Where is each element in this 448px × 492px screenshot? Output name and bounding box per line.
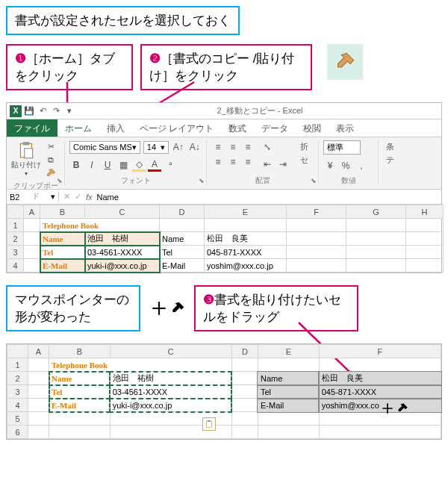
cell[interactable]: yuki-i@xxx.co.jp xyxy=(85,259,160,273)
decrease-indent-button[interactable]: ⇤ xyxy=(261,158,274,171)
row-header[interactable]: 3 xyxy=(7,246,24,259)
cancel-icon[interactable]: ✕ xyxy=(63,192,70,202)
col-header[interactable]: C xyxy=(110,345,231,358)
row-header[interactable]: 1 xyxy=(7,219,24,232)
increase-indent-button[interactable]: ⇥ xyxy=(276,158,290,171)
paste-button[interactable]: 貼り付け ▾ xyxy=(11,140,41,177)
alignment-dialog-launcher[interactable]: ⬊ xyxy=(311,177,317,184)
tab-data[interactable]: データ xyxy=(254,119,296,137)
col-header[interactable]: F xyxy=(319,345,441,358)
cell[interactable]: yuki-i@xxx.co.jp xyxy=(110,399,231,412)
font-name-select[interactable]: Comic Sans MS ▾ xyxy=(69,141,140,154)
cell[interactable]: 045-871-XXXX xyxy=(319,385,441,399)
decrease-font-button[interactable]: A↓ xyxy=(188,140,202,154)
currency-button[interactable]: ¥ xyxy=(323,159,337,172)
wrap-text-button[interactable]: 折 xyxy=(297,140,311,152)
fill-color-button[interactable]: ◇ xyxy=(132,158,146,172)
col-header[interactable]: E xyxy=(258,345,319,358)
merge-center-button[interactable]: セ xyxy=(297,154,311,166)
qat-redo-icon[interactable]: ↷ xyxy=(50,105,62,117)
enter-icon[interactable]: ✓ xyxy=(75,192,81,202)
col-header[interactable]: C xyxy=(85,205,160,219)
underline-button[interactable]: U xyxy=(101,158,114,172)
align-right-button[interactable]: ≡ xyxy=(241,155,255,169)
col-header[interactable]: H xyxy=(406,205,444,219)
cell[interactable]: Name xyxy=(40,232,85,246)
align-middle-button[interactable]: ≡ xyxy=(226,140,240,154)
col-header[interactable]: F xyxy=(287,205,346,219)
italic-button[interactable]: I xyxy=(85,158,99,172)
worksheet-grid-2[interactable]: A B C D E F 1Telephone Book 2 Name 池田 祐樹… xyxy=(7,344,441,439)
col-header[interactable]: A xyxy=(28,345,49,358)
cell[interactable]: yoshim@xxx.co.jp xyxy=(205,259,287,273)
align-bottom-button[interactable]: ≡ xyxy=(241,140,255,154)
number-format-select[interactable]: 標準 xyxy=(323,140,361,155)
align-left-button[interactable]: ≡ xyxy=(211,155,225,169)
cell[interactable]: Tel xyxy=(40,246,85,259)
increase-font-button[interactable]: A↑ xyxy=(172,140,185,154)
col-header[interactable]: D xyxy=(231,345,258,358)
cell[interactable]: Tel xyxy=(160,246,205,259)
bold-button[interactable]: B xyxy=(69,158,83,172)
cell[interactable]: Name xyxy=(49,372,111,385)
qat-save-icon[interactable]: 💾 xyxy=(23,105,35,117)
conditional-format-button[interactable]: 条 xyxy=(383,140,396,152)
row-header[interactable]: 1 xyxy=(7,358,28,372)
row-header[interactable]: 6 xyxy=(7,426,28,439)
cell[interactable]: 03-4561-XXXX xyxy=(85,246,160,259)
format-painter-button[interactable] xyxy=(44,167,57,179)
col-header[interactable]: E xyxy=(205,205,287,219)
row-header[interactable]: 5 xyxy=(7,412,28,426)
row-header[interactable]: 4 xyxy=(7,399,28,412)
qat-undo-icon[interactable]: ↶ xyxy=(37,105,49,117)
fx-icon[interactable]: fx xyxy=(86,193,93,202)
align-top-button[interactable]: ≡ xyxy=(211,140,225,154)
col-header[interactable]: D xyxy=(160,205,205,219)
cell[interactable]: Telephone Book xyxy=(40,219,160,232)
row-header[interactable]: 2 xyxy=(7,372,28,385)
tab-home[interactable]: ホーム xyxy=(57,119,99,137)
comma-button[interactable]: , xyxy=(355,159,368,172)
font-size-select[interactable]: 14▾ xyxy=(143,141,169,154)
align-center-button[interactable]: ≡ xyxy=(226,155,240,169)
tab-insert[interactable]: 挿入 xyxy=(99,119,132,137)
formula-bar-input[interactable]: Name xyxy=(97,193,119,202)
tab-page-layout[interactable]: ページ レイアウト xyxy=(132,119,221,137)
col-header[interactable]: B xyxy=(49,345,111,358)
row-header[interactable]: 2 xyxy=(7,232,24,246)
cell[interactable]: E-Mail xyxy=(40,259,85,273)
col-header[interactable]: G xyxy=(346,205,406,219)
row-header[interactable]: 3 xyxy=(7,385,28,399)
cell[interactable]: 松田 良美 xyxy=(205,232,287,246)
cell[interactable]: Telephone Book xyxy=(49,358,232,372)
font-dialog-launcher[interactable]: ⬊ xyxy=(199,177,205,184)
cell[interactable]: 池田 祐樹 xyxy=(85,232,160,246)
phonetic-button[interactable]: ᵃ xyxy=(164,158,177,172)
paste-dropdown-icon[interactable]: ▾ xyxy=(25,170,28,177)
cell[interactable]: E-Mail xyxy=(160,259,205,273)
col-header[interactable]: B xyxy=(40,205,85,219)
tab-view[interactable]: 表示 xyxy=(329,119,361,137)
cell[interactable]: 03-4561-XXXX xyxy=(110,385,231,399)
col-header[interactable]: A xyxy=(24,205,40,219)
cell[interactable]: Tel xyxy=(258,385,319,399)
tab-formulas[interactable]: 数式 xyxy=(221,119,254,137)
row-header[interactable]: 4 xyxy=(7,259,24,273)
cell[interactable]: E-Mail xyxy=(49,399,111,412)
select-all-button[interactable] xyxy=(7,345,28,358)
worksheet-grid-1[interactable]: A B C D E F G H 1Telephone Book 2 Name 池… xyxy=(7,205,441,273)
cell[interactable]: Name xyxy=(160,232,205,246)
orientation-button[interactable]: ⤡ xyxy=(261,140,274,154)
cell[interactable]: 045-871-XXXX xyxy=(205,246,287,259)
font-color-button[interactable]: A xyxy=(148,158,161,172)
tab-review[interactable]: 校閲 xyxy=(296,119,329,137)
cut-button[interactable]: ✂ xyxy=(44,140,57,152)
tab-file[interactable]: ファイル xyxy=(7,119,57,137)
border-button[interactable]: ▦ xyxy=(116,158,130,172)
cell[interactable]: Name xyxy=(258,372,319,385)
percent-button[interactable]: % xyxy=(339,159,352,172)
select-all-button[interactable] xyxy=(7,205,24,219)
copy-button[interactable]: ⧉ xyxy=(44,154,57,166)
format-as-table-button[interactable]: テ xyxy=(383,154,396,166)
cell[interactable]: 池田 祐樹 xyxy=(110,372,231,385)
